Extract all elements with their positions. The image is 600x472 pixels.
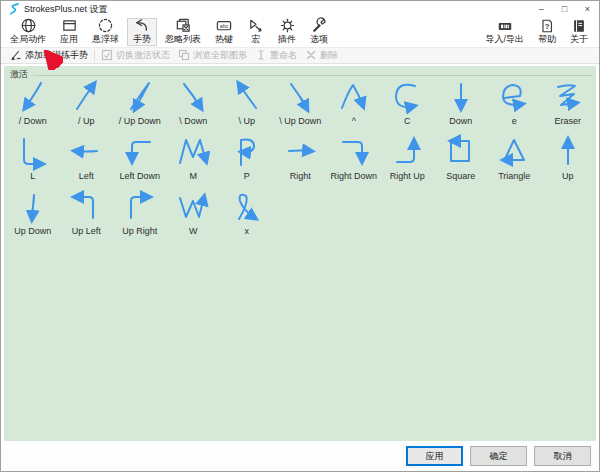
gesture-cell-c[interactable]: C [381,78,435,133]
toolbar-item-label: 切换激活状态 [116,49,170,62]
ribbon-item-label: 热键 [215,34,233,44]
ribbon-item-label: 悬浮球 [92,34,119,44]
gesture-stroke-up-left [63,188,109,226]
ribbon-item-globe[interactable]: 全局动作 [4,18,52,46]
ribbon-item-label: 插件 [278,34,296,44]
ribbon-item-gesture-arrow[interactable]: 手势 [127,18,157,46]
svg-text:?: ? [545,22,550,31]
ribbon-item-help[interactable]: ?帮助 [532,18,562,46]
gesture-label: Triangle [498,171,530,181]
gesture-cell-square[interactable]: Square [434,133,488,188]
wrench-icon [311,17,328,34]
gesture-cell-backslash-up-down[interactable]: \ Up Down [274,78,328,133]
gesture-cell-down[interactable]: Down [434,78,488,133]
gesture-cell-right-down[interactable]: Right Down [327,133,381,188]
gesture-stroke-right-up [384,133,430,171]
gesture-stroke-right [277,133,323,171]
gesture-cell-l[interactable]: L [6,133,60,188]
toolbar-item-add-train-gesture[interactable]: 添加或训练手势 [6,49,92,63]
ribbon-item-label: 关于 [570,34,588,44]
floating-ball-icon [97,17,114,34]
ribbon-item-app-window[interactable]: 应用 [54,18,84,46]
ribbon-item-plugin-gear[interactable]: 插件 [272,18,302,46]
gesture-cell-slash-up-down[interactable]: / Up Down [113,78,167,133]
gesture-stroke-down [438,78,484,116]
gesture-cell-backslash-down[interactable]: \ Down [167,78,221,133]
window-title: StrokesPlus.net 设置 [24,3,530,16]
ribbon-item-floating-ball[interactable]: 悬浮球 [86,18,125,46]
gesture-cell-caret[interactable]: ^ [327,78,381,133]
strokesplus-logo-icon [7,3,21,15]
gesture-label: Down [449,116,472,126]
gesture-label: \ Up Down [279,116,321,126]
gesture-cell-w[interactable]: W [167,188,221,243]
gesture-label: P [244,171,250,181]
gesture-cell-up-left[interactable]: Up Left [60,188,114,243]
ribbon-item-label: 导入/导出 [485,34,524,44]
gesture-cell-left[interactable]: Left [60,133,114,188]
plugin-gear-icon [279,17,296,34]
gesture-stroke-c [384,78,430,116]
ribbon-item-label: 忽略列表 [165,34,201,44]
maximize-button[interactable]: □ [553,1,576,17]
ribbon-item-label: 宏 [251,34,260,44]
gesture-label: Right Up [390,171,425,181]
gesture-cell-x[interactable]: x [220,188,274,243]
ribbon-left-group: 全局动作应用悬浮球手势忽略列表abc热键宏插件选项 [3,18,335,46]
gesture-stroke-backslash-up-down [277,78,323,116]
minimize-button[interactable]: – [530,1,553,17]
ribbon-right-group: 导入/导出?帮助关于 [478,18,595,46]
rename-icon [255,49,267,63]
gesture-stroke-m [170,133,216,171]
macro-icon [247,17,264,34]
ribbon-item-about-book[interactable]: 关于 [564,18,594,46]
gesture-cell-p[interactable]: P [220,133,274,188]
gesture-toolbar: 添加或训练手势切换激活状态浏览全部图形重命名删除 [1,47,599,64]
gesture-cell-m[interactable]: M [167,133,221,188]
gesture-stroke-backslash-down [170,78,216,116]
toggle-active-icon [101,49,113,63]
toolbar-item-label: 重命名 [270,49,297,62]
apply-button[interactable]: 应用 [406,446,463,466]
gesture-cell-backslash-up[interactable]: \ Up [220,78,274,133]
close-button[interactable]: × [576,1,599,17]
gesture-label: Square [446,171,475,181]
gesture-cell-e[interactable]: e [488,78,542,133]
gesture-label: Up Left [72,226,101,236]
gesture-label: Right Down [330,171,377,181]
ribbon-item-ignore-list[interactable]: 忽略列表 [159,18,207,46]
gesture-cell-right-up[interactable]: Right Up [381,133,435,188]
ok-button[interactable]: 确定 [470,446,527,466]
gesture-label: Right [290,171,311,181]
gesture-label: L [30,171,35,181]
toolbar-item-label: 浏览全部图形 [193,49,247,62]
gesture-stroke-slash-down [10,78,56,116]
group-divider [33,75,592,76]
gesture-cell-eraser[interactable]: Eraser [541,78,595,133]
ribbon-item-import-export[interactable]: 导入/导出 [479,18,530,46]
gesture-cell-up-down[interactable]: Up Down [6,188,60,243]
toolbar-item-browse-graphics: 浏览全部图形 [174,49,251,63]
gesture-cell-slash-down[interactable]: / Down [6,78,60,133]
toolbar-item-rename: 重命名 [251,49,301,63]
toolbar-item-label: 删除 [320,49,338,62]
ribbon-item-label: 帮助 [538,34,556,44]
gesture-stroke-square [438,133,484,171]
ribbon-item-label: 全局动作 [10,34,46,44]
globe-icon [20,17,37,34]
ribbon-item-wrench[interactable]: 选项 [304,18,334,46]
gesture-cell-triangle[interactable]: Triangle [488,133,542,188]
gesture-stroke-left-down [117,133,163,171]
gesture-cell-right[interactable]: Right [274,133,328,188]
gesture-label: Left Down [119,171,160,181]
gesture-cell-up-right[interactable]: Up Right [113,188,167,243]
cancel-button[interactable]: 取消 [534,446,591,466]
ribbon-item-hotkey[interactable]: abc热键 [209,18,239,46]
gesture-cell-up[interactable]: Up [541,133,595,188]
add-train-gesture-icon [10,49,22,63]
gesture-label: W [189,226,198,236]
hotkey-icon: abc [215,17,233,34]
gesture-cell-slash-up[interactable]: / Up [60,78,114,133]
gesture-cell-left-down[interactable]: Left Down [113,133,167,188]
ribbon-item-macro[interactable]: 宏 [241,18,270,46]
